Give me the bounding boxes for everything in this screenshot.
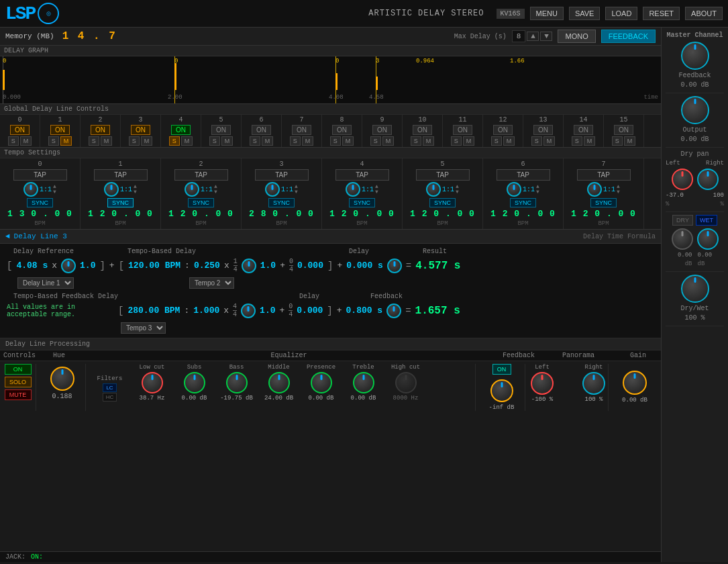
- ch11-on[interactable]: ON: [453, 125, 472, 135]
- proc-solo-btn[interactable]: SOLO: [5, 377, 32, 387]
- t4-sync[interactable]: SYNC: [349, 198, 375, 207]
- ch2-s[interactable]: S: [89, 136, 99, 146]
- proc-on-btn[interactable]: ON: [5, 364, 32, 375]
- t0-ratio-dn[interactable]: ▼: [53, 189, 56, 195]
- ch2-m[interactable]: M: [101, 136, 113, 146]
- subs-knob[interactable]: [184, 372, 205, 393]
- pan-left-knob[interactable]: [531, 372, 554, 395]
- t4-ratio-dn[interactable]: ▼: [375, 189, 378, 195]
- ch14-m[interactable]: M: [584, 136, 596, 146]
- proc-mute-btn[interactable]: MUTE: [5, 389, 32, 400]
- rp-knob2[interactable]: [697, 228, 719, 250]
- gain-knob[interactable]: [623, 371, 647, 395]
- delay-line-indicator[interactable]: ◄ Delay Line 3 Delay Time Formula: [0, 230, 661, 244]
- fr1-knob1[interactable]: [61, 258, 76, 273]
- t1-tap[interactable]: TAP: [94, 169, 148, 181]
- about-button[interactable]: ABOUT: [685, 7, 723, 20]
- ch4-on[interactable]: ON: [171, 125, 191, 135]
- t3-ratio-dn[interactable]: ▼: [295, 189, 298, 195]
- t5-tap[interactable]: TAP: [416, 169, 470, 181]
- ch1-m[interactable]: M: [60, 136, 72, 146]
- rp-output-knob[interactable]: [681, 96, 709, 124]
- ch8-m[interactable]: M: [342, 136, 354, 146]
- ch0-s[interactable]: S: [8, 136, 19, 146]
- ch2-on[interactable]: ON: [91, 125, 110, 135]
- ch12-s[interactable]: S: [491, 136, 502, 146]
- t3-ratio-knob[interactable]: [265, 182, 280, 197]
- ch12-on[interactable]: ON: [493, 125, 513, 135]
- load-button[interactable]: LOAD: [605, 7, 637, 20]
- middle-knob[interactable]: [268, 372, 290, 393]
- ch14-s[interactable]: S: [572, 136, 582, 146]
- rp-drywet-knob[interactable]: [681, 275, 709, 303]
- t5-sync[interactable]: SYNC: [429, 198, 456, 207]
- t0-sync[interactable]: SYNC: [27, 198, 53, 207]
- t6-sync[interactable]: SYNC: [510, 198, 536, 207]
- max-delay-down[interactable]: ▼: [540, 32, 552, 41]
- ch9-on[interactable]: ON: [372, 125, 392, 135]
- ch8-s[interactable]: S: [330, 136, 341, 146]
- rp-pan-right-knob[interactable]: [697, 169, 719, 190]
- ch3-on[interactable]: ON: [131, 125, 150, 135]
- formula-delay-line-select[interactable]: Delay Line 1: [17, 277, 74, 289]
- fb-on-btn[interactable]: ON: [492, 364, 511, 375]
- formula-tempo3-select[interactable]: Tempo 3: [121, 322, 166, 334]
- menu-button[interactable]: MENU: [530, 7, 564, 20]
- t7-ratio-dn[interactable]: ▼: [617, 189, 620, 195]
- fr1-knob2[interactable]: [242, 258, 256, 273]
- ch12-m[interactable]: M: [503, 136, 515, 146]
- lc-btn[interactable]: LC: [103, 383, 117, 392]
- rp-feedback-knob[interactable]: [681, 42, 709, 70]
- max-delay-stepper[interactable]: 8 ▲ ▼: [512, 30, 553, 42]
- ch1-on[interactable]: ON: [50, 125, 70, 135]
- formula-tempo2-select[interactable]: Tempo 2: [189, 277, 234, 289]
- ch0-on[interactable]: ON: [10, 125, 30, 135]
- t3-tap[interactable]: TAP: [255, 169, 309, 181]
- t2-sync[interactable]: SYNC: [188, 198, 214, 207]
- ch5-on[interactable]: ON: [211, 125, 231, 135]
- rp-wet-btn[interactable]: WET: [696, 215, 717, 226]
- pan-right-knob[interactable]: [582, 372, 605, 395]
- t4-ratio-knob[interactable]: [346, 182, 360, 197]
- presence-knob[interactable]: [311, 372, 332, 393]
- ch3-m[interactable]: M: [141, 136, 153, 146]
- t5-ratio-arrows[interactable]: ▲ ▼: [456, 184, 459, 195]
- feedback-button[interactable]: FEEDBACK: [601, 30, 656, 43]
- t6-ratio-knob[interactable]: [507, 182, 521, 197]
- t4-tap[interactable]: TAP: [335, 169, 389, 181]
- fr2-knob2[interactable]: [241, 303, 256, 318]
- ch4-m[interactable]: M: [181, 136, 193, 146]
- t6-ratio-arrows[interactable]: ▲ ▼: [536, 184, 539, 195]
- ch13-s[interactable]: S: [531, 136, 542, 146]
- t2-ratio-dn[interactable]: ▼: [214, 189, 217, 195]
- ch5-s[interactable]: S: [209, 136, 220, 146]
- reset-button[interactable]: RESET: [643, 7, 680, 20]
- ch6-m[interactable]: M: [262, 136, 274, 146]
- t4-ratio-arrows[interactable]: ▲ ▼: [375, 184, 378, 195]
- bass-knob[interactable]: [226, 372, 248, 393]
- ch7-on[interactable]: ON: [292, 125, 311, 135]
- hue-knob[interactable]: [50, 367, 74, 391]
- max-delay-up[interactable]: ▲: [527, 32, 539, 41]
- rp-knob1[interactable]: [672, 228, 693, 250]
- ch9-m[interactable]: M: [382, 136, 395, 146]
- rp-pan-left-knob[interactable]: [672, 169, 693, 190]
- ch15-on[interactable]: ON: [614, 125, 633, 135]
- ch15-s[interactable]: S: [612, 136, 623, 146]
- ch15-m[interactable]: M: [624, 136, 636, 146]
- ch0-m[interactable]: M: [20, 136, 32, 146]
- t3-sync[interactable]: SYNC: [268, 198, 295, 207]
- ch1-s[interactable]: S: [48, 136, 59, 146]
- t5-ratio-knob[interactable]: [426, 182, 441, 197]
- t6-tap[interactable]: TAP: [497, 169, 550, 181]
- ch10-on[interactable]: ON: [413, 125, 432, 135]
- t7-tap[interactable]: TAP: [577, 169, 631, 181]
- ch7-s[interactable]: S: [290, 136, 301, 146]
- fr1-knob3[interactable]: [387, 258, 402, 273]
- ch13-on[interactable]: ON: [533, 125, 553, 135]
- save-button[interactable]: SAVE: [569, 7, 601, 20]
- ch6-on[interactable]: ON: [252, 125, 271, 135]
- t3-ratio-arrows[interactable]: ▲ ▼: [295, 184, 298, 195]
- t1-ratio-knob[interactable]: [104, 182, 119, 197]
- t7-ratio-arrows[interactable]: ▲ ▼: [617, 184, 620, 195]
